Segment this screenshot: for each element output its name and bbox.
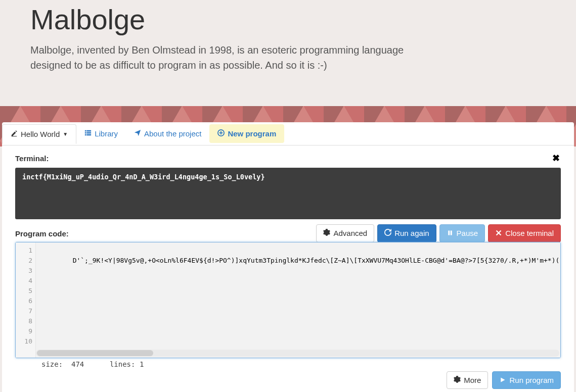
terminal-text: inctf{M1xiNg_uP_4udio_Qr_4nD_A_W3ird_L4n… — [22, 173, 265, 181]
code-editor[interactable]: 12345678910 D'`;_9K!<Y|98Vg5v@,+O<oLn%l6… — [15, 242, 561, 358]
plus-circle-icon — [217, 129, 225, 138]
tab-about[interactable]: About the project — [126, 124, 209, 143]
run-again-label: Run again — [394, 228, 429, 238]
pause-icon — [447, 228, 454, 238]
program-code-label: Program code: — [15, 229, 69, 238]
tab-bar: Hello World ▼ Library About the project … — [2, 122, 574, 145]
x-icon — [495, 228, 502, 238]
play-icon — [499, 375, 506, 385]
gear-icon — [323, 228, 330, 238]
close-terminal-button[interactable]: Close terminal — [488, 224, 561, 242]
terminal-header: Terminal: ✖ — [15, 153, 561, 164]
main-panel: Hello World ▼ Library About the project … — [2, 122, 574, 392]
close-icon[interactable]: ✖ — [551, 153, 561, 164]
close-terminal-label: Close terminal — [505, 228, 554, 238]
page-title: Malbolge — [30, 0, 546, 36]
advanced-label: Advanced — [333, 228, 367, 238]
caret-down-icon: ▼ — [63, 131, 68, 137]
size-value: 474 — [71, 360, 84, 368]
svg-rect-8 — [219, 132, 223, 133]
tab-about-label: About the project — [144, 129, 201, 138]
content-area: Terminal: ✖ inctf{M1xiNg_uP_4udio_Qr_4nD… — [2, 145, 574, 392]
list-icon — [84, 129, 92, 138]
more-button[interactable]: More — [447, 371, 488, 389]
tab-hello-world-label: Hello World — [21, 130, 60, 138]
status-bar: size: 474 lines: 1 — [15, 358, 561, 368]
bottom-toolbar: More Run program — [15, 368, 561, 389]
gear-icon — [454, 375, 461, 385]
header-area: Malbolge Malbolge, invented by Ben Olmst… — [0, 0, 576, 93]
refresh-icon — [384, 228, 391, 238]
terminal-output[interactable]: inctf{M1xiNg_uP_4udio_Qr_4nD_A_W3ird_L4n… — [15, 168, 561, 219]
run-again-button[interactable]: Run again — [377, 224, 436, 242]
svg-rect-0 — [85, 130, 86, 132]
code-content: D'`;_9K!<Y|98Vg5v@,+O<oLn%l6F4EV${d!>PO^… — [73, 257, 560, 264]
tab-new-program[interactable]: New program — [209, 124, 284, 143]
tab-library-label: Library — [95, 129, 118, 138]
pause-label: Pause — [457, 228, 478, 238]
send-icon — [134, 129, 141, 138]
svg-rect-5 — [87, 134, 92, 136]
code-text-area[interactable]: D'`;_9K!<Y|98Vg5v@,+O<oLn%l6F4EV${d!>PO^… — [36, 242, 560, 358]
svg-rect-3 — [87, 132, 92, 134]
page-description: Malbolge, invented by Ben Olmstead in 19… — [30, 42, 435, 73]
line-number-gutter: 12345678910 — [16, 242, 36, 358]
horizontal-scrollbar[interactable] — [36, 350, 559, 357]
lines-value: 1 — [140, 360, 144, 368]
svg-rect-1 — [87, 130, 92, 132]
size-label: size: — [41, 360, 63, 368]
svg-rect-10 — [450, 231, 452, 235]
lines-label: lines: — [110, 360, 136, 368]
advanced-button[interactable]: Advanced — [316, 224, 374, 242]
svg-rect-4 — [85, 134, 86, 136]
svg-rect-2 — [85, 132, 86, 134]
scrollbar-thumb[interactable] — [37, 350, 153, 356]
terminal-label: Terminal: — [15, 154, 49, 163]
tab-new-program-label: New program — [228, 129, 276, 138]
tab-hello-world[interactable]: Hello World ▼ — [2, 124, 76, 144]
pause-button[interactable]: Pause — [439, 224, 485, 242]
more-label: More — [464, 375, 481, 385]
run-program-button[interactable]: Run program — [492, 371, 561, 389]
svg-rect-9 — [448, 231, 450, 235]
tab-library[interactable]: Library — [76, 124, 126, 143]
edit-icon — [11, 130, 18, 138]
run-program-label: Run program — [509, 375, 554, 385]
